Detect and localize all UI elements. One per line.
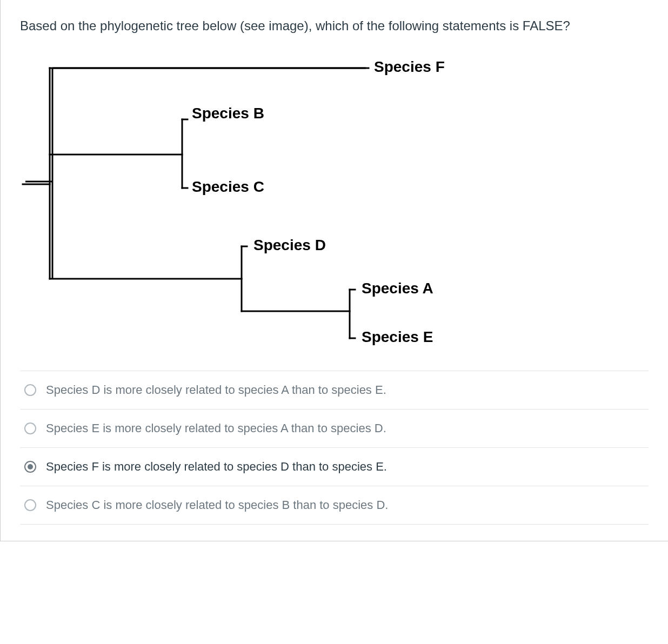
answer-label: Species C is more closely related to spe… xyxy=(46,498,644,512)
answer-label: Species D is more closely related to spe… xyxy=(46,383,644,397)
species-label-e: Species E xyxy=(362,328,433,346)
answer-option[interactable]: Species C is more closely related to spe… xyxy=(20,486,649,525)
species-label-d: Species D xyxy=(253,237,326,254)
tree-lines xyxy=(20,46,506,354)
radio-icon[interactable] xyxy=(24,499,36,511)
radio-icon[interactable] xyxy=(24,384,36,396)
species-label-a: Species A xyxy=(362,280,433,297)
answer-list: Species D is more closely related to spe… xyxy=(20,371,649,525)
answer-label: Species E is more closely related to spe… xyxy=(46,421,644,435)
phylogenetic-tree-figure: Species F Species B Species C Species D … xyxy=(20,46,506,354)
radio-icon[interactable] xyxy=(24,461,36,473)
question-text: Based on the phylogenetic tree below (se… xyxy=(20,16,649,36)
answer-option[interactable]: Species F is more closely related to spe… xyxy=(20,447,649,486)
radio-icon[interactable] xyxy=(24,422,36,434)
question-card: Based on the phylogenetic tree below (se… xyxy=(0,0,668,541)
species-label-b: Species B xyxy=(192,105,264,122)
species-label-f: Species F xyxy=(374,58,445,76)
answer-label: Species F is more closely related to spe… xyxy=(46,460,644,474)
species-label-c: Species C xyxy=(192,178,264,196)
answer-option[interactable]: Species D is more closely related to spe… xyxy=(20,371,649,409)
answer-option[interactable]: Species E is more closely related to spe… xyxy=(20,409,649,447)
